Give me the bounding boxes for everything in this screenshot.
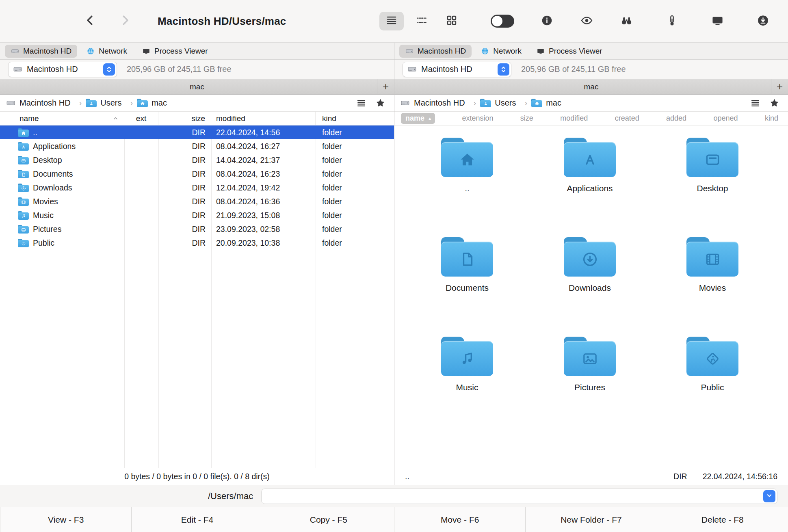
folder-icon: [686, 237, 738, 277]
folder-item[interactable]: Applications: [564, 138, 616, 237]
folder-icon: [441, 337, 493, 376]
column-header-modified[interactable]: modified: [211, 112, 316, 125]
search-button[interactable]: [619, 14, 634, 28]
column-header[interactable]: extension: [462, 114, 493, 123]
breadcrumb-item[interactable]: Users ›: [480, 98, 531, 108]
table-row[interactable]: Music DIR 21.09.2023, 15:08 folder: [0, 208, 394, 222]
screen-sharing-button[interactable]: [710, 14, 725, 28]
view-grid-button[interactable]: [439, 12, 464, 30]
folder-item[interactable]: Desktop: [686, 138, 738, 237]
table-row[interactable]: Desktop DIR 14.04.2024, 21:37 folder: [0, 153, 394, 167]
folder-label: Desktop: [697, 184, 728, 193]
file-name: Applications: [33, 142, 76, 151]
folder-item[interactable]: Movies: [686, 237, 738, 337]
folder-icon: [686, 337, 738, 376]
folder-label: Documents: [446, 283, 489, 293]
left-column-headers: name ext size modified kind: [0, 112, 394, 125]
pane-tab[interactable]: Network: [475, 45, 527, 58]
breadcrumb-icon: [86, 99, 97, 107]
pane-tab[interactable]: Process Viewer: [530, 45, 608, 58]
history-dropdown-button[interactable]: [763, 490, 775, 502]
file-ext: [124, 167, 158, 181]
folder-tab[interactable]: mac: [394, 82, 788, 91]
folder-item[interactable]: ..: [441, 138, 493, 237]
breadcrumb-separator: ›: [474, 98, 476, 108]
column-header[interactable]: size: [520, 114, 533, 123]
table-row[interactable]: Documents DIR 08.04.2024, 16:23 folder: [0, 167, 394, 181]
selection-summary: 0 bytes / 0 bytes in 0 / 0 file(s). 0 / …: [124, 472, 270, 481]
command-line-bar: /Users/mac: [0, 485, 788, 507]
function-button[interactable]: New Folder - F7: [525, 507, 656, 532]
archive-button[interactable]: [665, 14, 679, 28]
download-button[interactable]: [756, 14, 770, 28]
table-row[interactable]: Applications DIR 08.04.2024, 16:27 folde…: [0, 139, 394, 153]
favorite-star-icon[interactable]: [375, 97, 386, 108]
pane-tab[interactable]: Macintosh HD: [5, 45, 77, 58]
pane-tab[interactable]: Process Viewer: [136, 45, 214, 58]
breadcrumb-item[interactable]: mac ›: [137, 98, 167, 108]
left-folder-tab-strip: mac +: [0, 79, 394, 95]
function-button[interactable]: View - F3: [0, 507, 131, 532]
table-row[interactable]: Downloads DIR 12.04.2024, 19:42 folder: [0, 181, 394, 195]
column-header[interactable]: kind: [765, 114, 778, 123]
pane-tab[interactable]: Macintosh HD: [399, 45, 472, 58]
column-header[interactable]: opened: [714, 114, 738, 123]
forward-button[interactable]: [116, 12, 134, 30]
popup-stepper-icon[interactable]: [498, 63, 509, 76]
folder-icon: [18, 239, 29, 247]
add-tab-button[interactable]: +: [377, 79, 394, 94]
folder-item[interactable]: Music: [441, 337, 493, 436]
breadcrumb-item[interactable]: Macintosh HD ›: [6, 98, 86, 108]
file-name: Pictures: [33, 225, 61, 234]
folder-item[interactable]: Pictures: [564, 337, 616, 436]
breadcrumb-label: mac: [546, 98, 561, 108]
column-header[interactable]: modified: [560, 114, 588, 123]
column-header[interactable]: name: [401, 113, 435, 124]
view-list-button[interactable]: [379, 12, 404, 30]
folder-icon: [18, 156, 29, 164]
detail-list-icon: [415, 14, 428, 28]
table-row[interactable]: .. DIR 22.04.2024, 14:56 folder: [0, 125, 394, 139]
drive-selector[interactable]: Macintosh HD: [403, 62, 511, 77]
column-header-size[interactable]: size: [158, 112, 211, 125]
function-button[interactable]: Edit - F4: [131, 507, 262, 532]
preview-button[interactable]: [579, 14, 594, 28]
folder-item[interactable]: Public: [686, 337, 738, 436]
dual-panes: Macintosh HD Network Process Viewer Maci…: [0, 43, 788, 485]
column-header[interactable]: created: [615, 114, 639, 123]
chevron-left-icon: [83, 13, 97, 29]
function-button[interactable]: Move - F6: [394, 507, 525, 532]
drive-selector[interactable]: Macintosh HD: [8, 62, 117, 77]
view-options-icon[interactable]: [750, 97, 761, 108]
favorite-star-icon[interactable]: [769, 97, 780, 108]
file-ext: [124, 208, 158, 222]
free-space-text: 205,96 GB of 245,11 GB free: [127, 65, 232, 74]
popup-stepper-icon[interactable]: [103, 63, 115, 76]
folder-item[interactable]: Downloads: [564, 237, 616, 337]
function-button[interactable]: Delete - F8: [657, 507, 788, 532]
info-button[interactable]: [539, 14, 554, 28]
command-input[interactable]: [262, 491, 777, 501]
file-kind: folder: [316, 208, 394, 222]
add-tab-button[interactable]: +: [771, 79, 788, 94]
view-options-icon[interactable]: [356, 97, 367, 108]
folder-item[interactable]: Documents: [441, 237, 493, 337]
column-header-name[interactable]: name: [0, 112, 124, 125]
breadcrumb-item[interactable]: Users ›: [86, 98, 137, 108]
file-kind: folder: [316, 167, 394, 181]
breadcrumb-item[interactable]: Macintosh HD ›: [400, 98, 480, 108]
column-header-kind[interactable]: kind: [316, 112, 394, 125]
toolbar: Macintosh HD/Users/mac: [0, 0, 788, 43]
column-header[interactable]: added: [666, 114, 686, 123]
view-detail-button[interactable]: [409, 12, 434, 30]
back-button[interactable]: [81, 12, 99, 30]
table-row[interactable]: Public DIR 20.09.2023, 10:38 folder: [0, 236, 394, 250]
column-header-ext[interactable]: ext: [124, 112, 158, 125]
table-row[interactable]: Pictures DIR 23.09.2023, 02:58 folder: [0, 222, 394, 236]
pane-tab[interactable]: Network: [80, 45, 133, 58]
folder-tab[interactable]: mac: [0, 82, 394, 91]
dark-mode-toggle[interactable]: [491, 15, 514, 28]
breadcrumb-item[interactable]: mac ›: [531, 98, 561, 108]
table-row[interactable]: Movies DIR 08.04.2024, 16:36 folder: [0, 195, 394, 208]
function-button[interactable]: Copy - F5: [263, 507, 394, 532]
